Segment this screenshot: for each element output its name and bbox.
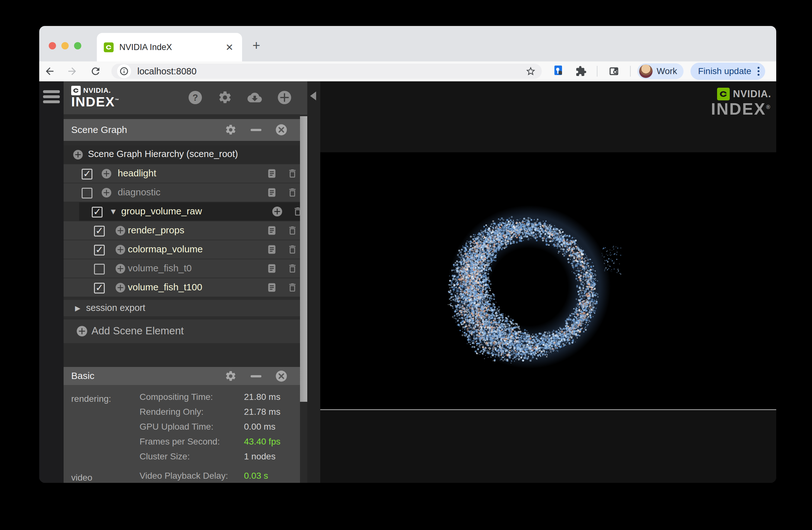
bookmark-star-icon[interactable] <box>525 66 536 77</box>
expand-plus-icon[interactable] <box>73 149 83 160</box>
expand-right-icon[interactable]: ▶ <box>75 304 81 313</box>
download-icon[interactable] <box>247 90 262 105</box>
properties-icon[interactable] <box>266 225 277 236</box>
sidebar: NVIDIA. INDEX™ ? <box>63 81 300 483</box>
tree-row-render_props[interactable]: ✓render_props <box>63 221 300 240</box>
tree-row-volume_fish_t0[interactable]: volume_fish_t0 <box>63 259 300 278</box>
help-icon[interactable]: ? <box>188 90 203 105</box>
nvidia-logo-icon <box>71 86 81 95</box>
scene-root-label: Scene Graph Hierarchy (scene_root) <box>88 149 238 159</box>
delete-icon[interactable] <box>287 244 298 255</box>
visibility-checkbox[interactable] <box>94 264 105 274</box>
close-window-button[interactable] <box>49 42 56 49</box>
properties-icon[interactable] <box>266 263 277 274</box>
settings-icon[interactable] <box>218 90 232 105</box>
panel-close-icon[interactable] <box>275 124 287 136</box>
visibility-checkbox[interactable]: ✓ <box>94 245 105 256</box>
viewport-lower-area <box>320 410 776 483</box>
scene-root-row[interactable]: Scene Graph Hierarchy (scene_root) <box>63 145 300 164</box>
tree-row-group_volume_raw[interactable]: ✓▼group_volume_raw <box>79 202 300 221</box>
panel-minimize-icon[interactable] <box>251 375 261 377</box>
extensions-icon[interactable] <box>575 66 587 77</box>
tree-row-headlight[interactable]: ✓headlight <box>63 164 300 183</box>
profile-chip[interactable]: Work <box>637 63 683 79</box>
expand-plus-icon[interactable] <box>115 226 126 236</box>
minimize-window-button[interactable] <box>61 42 69 49</box>
delete-icon[interactable] <box>292 206 300 217</box>
visibility-checkbox[interactable]: ✓ <box>94 226 105 237</box>
panel-minimize-icon[interactable] <box>251 129 261 131</box>
password-manager-icon[interactable] <box>552 65 564 76</box>
close-tab-icon[interactable]: ✕ <box>224 42 235 53</box>
tree-row-volume_fish_t100[interactable]: ✓volume_fish_t100 <box>63 278 300 297</box>
expand-plus-icon[interactable] <box>101 169 112 179</box>
properties-icon[interactable] <box>266 168 277 179</box>
collapse-sidebar-icon[interactable] <box>310 91 316 100</box>
new-tab-button[interactable]: + <box>249 39 263 53</box>
forward-icon <box>67 66 78 77</box>
delete-icon[interactable] <box>287 282 298 293</box>
node-label: diagnostic <box>118 187 160 198</box>
tab-search-icon[interactable] <box>608 66 620 77</box>
render-canvas-area[interactable] <box>320 152 776 410</box>
session-export-row[interactable]: ▶ session export <box>63 300 300 316</box>
nvidia-logo-icon <box>717 88 730 100</box>
stat-label: Frames per Second: <box>140 436 220 447</box>
browser-tab[interactable]: NVIDIA IndeX ✕ <box>97 33 242 61</box>
left-rail <box>39 81 63 483</box>
toolbar-separator <box>597 66 597 77</box>
add-icon[interactable] <box>277 90 292 105</box>
url-text[interactable]: localhost:8080 <box>137 66 525 77</box>
address-bar[interactable]: localhost:8080 <box>111 63 542 79</box>
visibility-checkbox[interactable]: ✓ <box>92 207 103 217</box>
panel-settings-icon[interactable] <box>225 370 237 382</box>
profile-label: Work <box>657 66 677 76</box>
reload-icon[interactable] <box>90 66 101 77</box>
properties-icon[interactable] <box>266 187 277 198</box>
menu-hamburger-icon[interactable] <box>43 90 60 105</box>
visibility-checkbox[interactable]: ✓ <box>94 283 105 293</box>
tree-row-diagnostic[interactable]: diagnostic <box>63 183 300 202</box>
add-child-icon[interactable] <box>272 206 282 217</box>
site-info-icon[interactable] <box>117 64 131 78</box>
stat-value: 43.40 fps <box>244 436 280 447</box>
stat-value: 21.80 ms <box>244 392 280 402</box>
watermark-nvidia-text: NVIDIA. <box>733 88 771 100</box>
visibility-checkbox[interactable]: ✓ <box>82 169 92 180</box>
visibility-checkbox[interactable] <box>82 188 92 199</box>
stat-label: GPU Upload Time: <box>140 422 213 432</box>
stat-label: Rendering Only: <box>140 407 203 417</box>
delete-icon[interactable] <box>287 225 298 236</box>
expand-plus-icon[interactable] <box>115 263 126 274</box>
brand-index-text: INDEX <box>71 94 115 109</box>
sidebar-header: NVIDIA. INDEX™ ? <box>63 81 300 114</box>
finish-update-label: Finish update <box>698 66 751 76</box>
delete-icon[interactable] <box>287 168 298 179</box>
add-scene-element-label: Add Scene Element <box>91 325 184 337</box>
panel-close-icon[interactable] <box>275 370 287 382</box>
watermark-index-text: INDEX <box>711 100 766 118</box>
browser-menu-icon[interactable] <box>756 66 762 77</box>
nvidia-index-brand: NVIDIA. INDEX™ <box>71 86 120 109</box>
panel-collapse-gutter <box>307 81 320 483</box>
sidebar-scrollbar[interactable] <box>300 81 307 483</box>
delete-icon[interactable] <box>287 263 298 274</box>
properties-icon[interactable] <box>266 244 277 255</box>
finish-update-button[interactable]: Finish update <box>691 63 765 80</box>
node-label: group_volume_raw <box>121 206 202 217</box>
scrollbar-thumb[interactable] <box>300 116 307 402</box>
expand-plus-icon[interactable] <box>101 187 112 198</box>
properties-icon[interactable] <box>266 282 277 293</box>
browser-toolbar: localhost:8080 Work Finish update <box>39 61 776 81</box>
collapse-node-icon[interactable]: ▼ <box>109 207 117 217</box>
node-label: volume_fish_t0 <box>128 263 192 274</box>
back-icon[interactable] <box>44 66 55 77</box>
browser-window: NVIDIA IndeX ✕ + localhost:8080 <box>39 26 776 483</box>
fullscreen-window-button[interactable] <box>74 42 81 49</box>
expand-plus-icon[interactable] <box>115 244 126 255</box>
tree-row-colormap_volume[interactable]: ✓colormap_volume <box>63 240 300 259</box>
panel-settings-icon[interactable] <box>225 124 237 136</box>
expand-plus-icon[interactable] <box>115 283 126 293</box>
delete-icon[interactable] <box>287 187 298 198</box>
add-scene-element-button[interactable]: Add Scene Element <box>63 319 300 343</box>
